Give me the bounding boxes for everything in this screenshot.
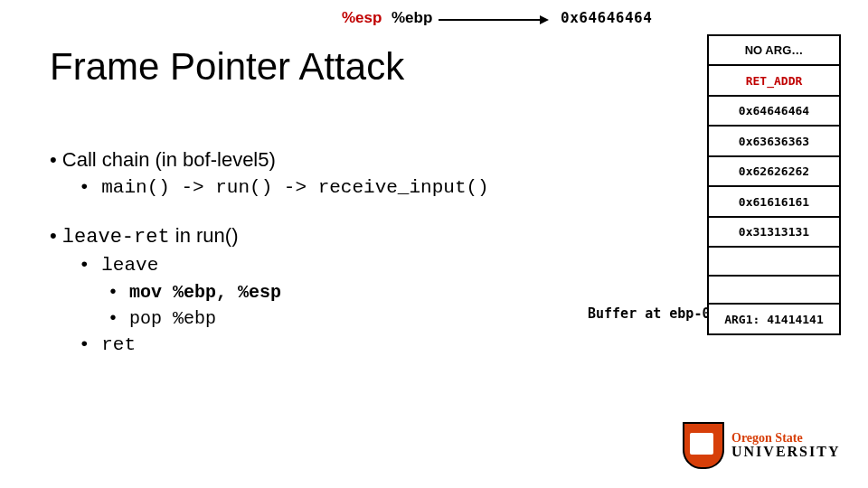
stack-cell-4: 0x62626262: [707, 155, 841, 188]
esp-label: %esp: [342, 9, 382, 27]
shield-icon: [683, 422, 724, 469]
stack-cell-arg1: ARG1: 41414141: [707, 303, 841, 335]
slide-body: Call chain (in bof-level5) main() -> run…: [50, 145, 683, 360]
bullet-leave-ret-text: in run(): [170, 224, 239, 247]
stack-cell-noarg: NO ARG…: [707, 34, 841, 67]
stack-cell-2: 0x64646464: [707, 95, 841, 127]
register-row: %esp %ebp 0x64646464: [0, 9, 678, 36]
slide-title: Frame Pointer Attack: [50, 45, 404, 89]
ebp-label: %ebp: [392, 9, 432, 27]
bullet-leave-ret: leave-ret in run(): [50, 222, 683, 251]
bullet-mov: mov %ebp, %esp: [108, 280, 683, 305]
logo-line-2: UNIVERSITY: [731, 445, 840, 459]
bullet-ret: ret: [79, 333, 683, 358]
stack-cell-ret-addr: RET_ADDR: [707, 64, 841, 97]
bullet-call-chain-code: main() -> run() -> receive_input(): [79, 175, 683, 201]
stack-cell-empty-2: [707, 275, 841, 305]
stack-diagram: NO ARG… RET_ADDR 0x64646464 0x63636363 0…: [707, 36, 841, 335]
arrow-address: 0x64646464: [561, 9, 652, 26]
stack-cell-6: 0x31313131: [707, 216, 841, 249]
arrow-icon: [439, 19, 547, 21]
slide: %esp %ebp 0x64646464 Frame Pointer Attac…: [0, 0, 868, 488]
osu-logo: Oregon State UNIVERSITY: [683, 420, 841, 470]
bullet-leave: leave: [79, 253, 683, 278]
stack-cell-5: 0x61616161: [707, 185, 841, 218]
logo-line-1: Oregon State: [731, 432, 840, 445]
bullet-leave-ret-code: leave-ret: [62, 226, 170, 249]
logo-text: Oregon State UNIVERSITY: [731, 432, 840, 459]
stack-cell-3: 0x63636363: [707, 125, 841, 157]
bullet-call-chain: Call chain (in bof-level5): [50, 146, 683, 174]
stack-cell-empty-1: [707, 246, 841, 277]
